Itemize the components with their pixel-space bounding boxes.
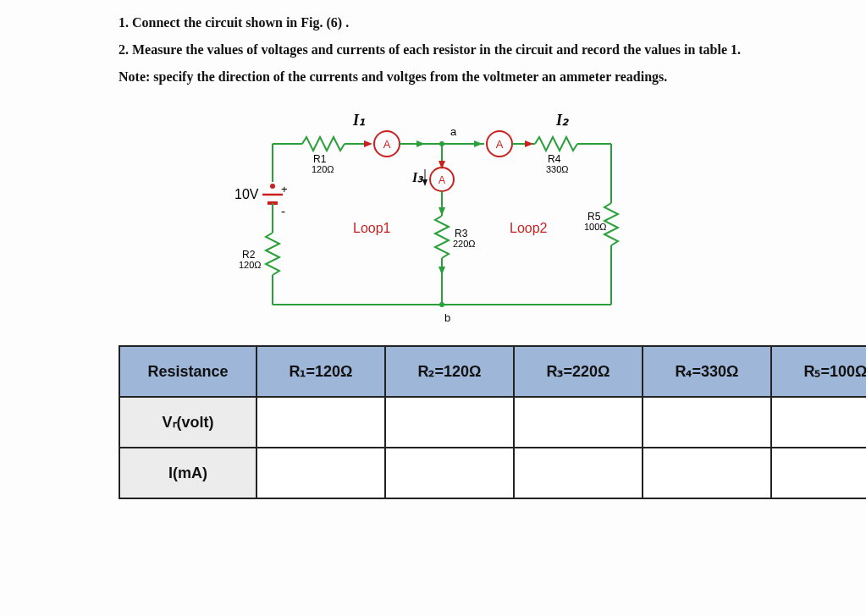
label-r1-val: 120Ω	[312, 164, 334, 174]
label-r4: R4	[548, 153, 561, 165]
label-r2-val: 120Ω	[239, 260, 262, 270]
instr2-num: 2.	[119, 42, 132, 57]
instruction-1: 1. Connect the circuit shown in Fig. (6)…	[119, 15, 764, 30]
circuit-diagram: A a A I₁ I₂ R1 1	[222, 93, 662, 338]
note-text: specify the direction of the currents an…	[153, 69, 667, 84]
cell	[514, 448, 643, 498]
instr1-num: 1.	[119, 15, 132, 30]
label-r3: R3	[455, 228, 468, 239]
col-r4: R₄=330Ω	[643, 346, 771, 397]
col-r5: R₅=100Ω	[771, 346, 866, 397]
ammeter-label: A	[383, 138, 390, 151]
label-source: 10V	[234, 187, 259, 201]
measurements-table: Resistance R₁=120Ω R₂=120Ω R₃=220Ω R₄=33…	[119, 345, 866, 499]
col-r1: R₁=120Ω	[256, 346, 385, 397]
ammeter-label: A	[438, 174, 444, 186]
note-line: Note: specify the direction of the curre…	[119, 69, 764, 85]
note-label: Note:	[119, 69, 153, 84]
cell	[643, 397, 771, 448]
cell	[771, 448, 866, 498]
table-row: I(mA)	[119, 448, 866, 498]
cell	[514, 397, 643, 448]
node-a-label: a	[450, 125, 457, 138]
label-loop1: Loop1	[353, 221, 391, 235]
instr1-text: Connect the circuit shown in Fig. (6) .	[132, 15, 349, 30]
arrowhead	[474, 140, 483, 147]
row-i-label: I(mA)	[119, 448, 256, 498]
resistor-r4	[535, 137, 577, 151]
resistor-r1	[302, 137, 345, 151]
cell	[256, 397, 385, 448]
src-minus: -	[281, 204, 285, 218]
label-r2: R2	[242, 249, 256, 261]
label-r5: R5	[587, 211, 601, 223]
resistor-r2	[266, 233, 279, 275]
ammeter-label: A	[495, 138, 503, 151]
label-i1: I₁	[352, 112, 365, 129]
table-corner: Resistance	[119, 346, 256, 397]
cell	[385, 397, 514, 448]
label-r1: R1	[313, 153, 327, 165]
label-r5-val: 100Ω	[584, 222, 607, 232]
src-dot	[270, 184, 275, 189]
col-r2: R₂=120Ω	[385, 346, 514, 397]
node-b-label: b	[444, 311, 450, 324]
cell	[771, 397, 866, 448]
arrowhead	[416, 140, 425, 147]
arrow-i2	[525, 140, 533, 147]
label-loop2: Loop2	[510, 221, 548, 235]
resistor-r3	[435, 216, 449, 258]
table-header-row: Resistance R₁=120Ω R₂=120Ω R₃=220Ω R₄=33…	[119, 346, 866, 397]
cell	[256, 448, 385, 498]
label-r4-val: 330Ω	[546, 164, 569, 174]
arrowhead	[439, 207, 445, 216]
label-i3: I₃	[411, 170, 424, 184]
label-r3-val: 220Ω	[453, 239, 476, 249]
col-r3: R₃=220Ω	[514, 346, 643, 397]
cell	[385, 448, 514, 498]
page: 1. Connect the circuit shown in Fig. (6)…	[0, 0, 866, 499]
label-i2: I₂	[555, 112, 569, 129]
i3-arrow-head	[422, 179, 427, 186]
row-vr-label: Vᵣ(volt)	[119, 397, 256, 448]
table-row: Vᵣ(volt)	[119, 397, 866, 448]
arrowhead	[439, 267, 445, 275]
cell	[643, 448, 771, 498]
instr2-text: Measure the values of voltages and curre…	[132, 42, 741, 57]
instruction-2: 2. Measure the values of voltages and cu…	[119, 42, 764, 58]
circuit-svg: A a A I₁ I₂ R1 1	[222, 93, 662, 338]
arrow-i1	[364, 140, 372, 147]
